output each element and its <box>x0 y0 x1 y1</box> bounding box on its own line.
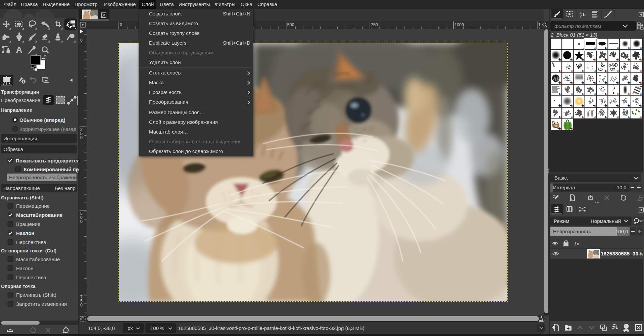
svg-text:500: 500 <box>287 22 294 27</box>
svg-text:0: 0 <box>80 219 83 224</box>
svg-text:b: b <box>583 12 586 17</box>
svg-text:1000: 1000 <box>455 22 464 27</box>
svg-text:0: 0 <box>80 38 83 43</box>
svg-text:0: 0 <box>120 22 122 27</box>
svg-text:c: c <box>580 13 582 18</box>
svg-text:0: 0 <box>80 303 83 307</box>
svg-text:f: f <box>575 241 577 246</box>
svg-text:i: i <box>23 80 24 84</box>
svg-text:0: 0 <box>80 135 83 140</box>
svg-text:x: x <box>577 242 579 246</box>
svg-text:750: 750 <box>371 22 378 27</box>
